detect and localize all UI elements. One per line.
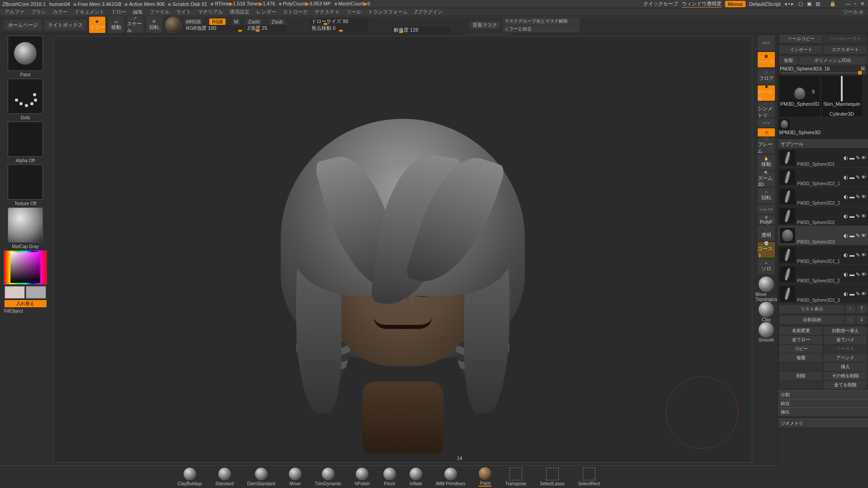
eye-icon[interactable]: 👁 [861, 291, 866, 297]
down-icon[interactable]: ↓ [845, 316, 855, 324]
eye-icon[interactable]: 👁 [861, 174, 866, 180]
delete-button[interactable]: 削除 [779, 372, 822, 380]
brush-transpose[interactable]: Transpose [505, 468, 526, 486]
subtool-item-7[interactable]: ◐▬✎👁 PM3D_Sphere3D1_3 [778, 284, 868, 304]
quicksave-button[interactable]: クイックセーブ [643, 0, 678, 7]
material-preview[interactable] [165, 17, 181, 33]
clone-button[interactable]: 複製 [779, 56, 797, 65]
menu-preferences[interactable]: 環境設定 [230, 9, 250, 15]
lightbox-button[interactable]: ライトボックス [44, 20, 86, 30]
quick-brush-clay[interactable] [759, 302, 774, 317]
viewport[interactable] [53, 36, 752, 463]
mrgb-button[interactable]: MRGB [184, 19, 203, 25]
brush-hpolish[interactable]: hPolish [355, 468, 370, 486]
autoreorder-button[interactable]: 自動並べ替え [824, 327, 867, 335]
st-paste-button[interactable]: ペースト [824, 345, 867, 353]
brush-thumb[interactable] [8, 36, 43, 71]
brush-icon[interactable]: ✎ [856, 213, 860, 219]
brush-icon[interactable]: ✎ [856, 155, 860, 161]
paint-icon[interactable]: ◐ [844, 272, 848, 277]
xyz-button[interactable]: XYZ [758, 119, 775, 127]
mesh-icon[interactable]: ▬ [849, 155, 854, 161]
brush-damstandard[interactable]: DamStandard [247, 468, 275, 486]
delother-button[interactable]: その他を削除 [824, 372, 867, 380]
brush-icon[interactable]: ✎ [856, 291, 860, 297]
subtool-header[interactable]: サブツール [778, 140, 868, 148]
moveview-button[interactable]: ✋移動 [758, 155, 775, 170]
mesh-icon[interactable]: ▬ [849, 174, 854, 180]
paint-icon[interactable]: ◐ [844, 252, 848, 258]
perspective-button[interactable]: ▦パース [758, 52, 775, 67]
eye-icon[interactable]: 👁 [861, 194, 866, 200]
geometry-header[interactable]: ジオメトリ [778, 419, 868, 427]
up-icon[interactable]: ↑ [845, 305, 855, 313]
secondary-color-swatch[interactable] [26, 286, 46, 299]
subtool-item-1[interactable]: ◐▬✎👁 PM3D_Sphere3D2_1 [778, 168, 868, 187]
mesh-icon[interactable]: ▬ [849, 291, 854, 297]
menu-texture[interactable]: テクスチャ [315, 9, 340, 15]
stroke-thumb[interactable] [8, 79, 43, 114]
m-button[interactable]: M [232, 19, 240, 25]
local-button[interactable]: ◉ローカル [758, 85, 775, 101]
z-intensity-slider[interactable]: Z強度 25 [245, 25, 286, 32]
rotview-button[interactable]: ⟳回転 [758, 188, 775, 203]
list-show-button[interactable]: リスト表示 [779, 305, 844, 313]
brush-selectlasso[interactable]: SelectLasso [540, 468, 564, 486]
rotate-mode-button[interactable]: ⟳回転 [146, 17, 162, 33]
eye-icon[interactable]: 👁 [861, 252, 866, 258]
tool-slider[interactable] [781, 72, 865, 74]
menu-file[interactable]: ファイル [150, 9, 170, 15]
menu-tool[interactable]: ツール [346, 9, 361, 15]
maskgroup-button[interactable]: マスクグループ化とマスク解除 [503, 18, 580, 25]
menu-stroke[interactable]: ストローク [283, 9, 308, 15]
draw-mode-button[interactable]: ✥ドロー [89, 17, 105, 33]
brush-icon[interactable]: ✎ [856, 233, 860, 239]
subtool-item-2[interactable]: ◐▬✎👁 PM3D_Sphere3D2_2 [778, 187, 868, 206]
floor-button[interactable]: ▽フロア [758, 69, 775, 84]
menu-edit[interactable]: 編集 [133, 9, 143, 15]
menus-button[interactable]: Menus [725, 1, 745, 7]
ghost-button[interactable]: 👻ゴースト [758, 242, 775, 258]
menu-transform[interactable]: トランスフォーム [368, 9, 408, 15]
tool-palette-header[interactable]: ツール ⊕ [843, 9, 863, 15]
rgb-intensity-slider[interactable]: RGB強度 100 [184, 25, 243, 32]
menu-color[interactable]: カラー [53, 9, 68, 15]
subtool-item-0[interactable]: ◐▬✎👁 PM3D_Sphere3D1 [778, 148, 868, 168]
brush-selectrect[interactable]: SelectRect [578, 468, 600, 486]
material-thumb[interactable] [8, 207, 43, 243]
eye-icon[interactable]: 👁 [861, 272, 866, 277]
linefill-button[interactable]: Line Fill [758, 205, 775, 214]
append-button[interactable]: アペンド [824, 354, 867, 362]
backmask-button[interactable]: 背面マスク [470, 21, 500, 29]
zoom-button[interactable]: 🔍ズーム3D [758, 171, 775, 187]
main-color-swatch[interactable] [5, 286, 25, 299]
brush-inflate[interactable]: Inflate [410, 468, 422, 486]
fillobject-button[interactable]: FillObject [4, 309, 23, 314]
mirror-weld-button[interactable]: ミラーと結合 [503, 25, 580, 33]
zadd-button[interactable]: Zadd [245, 19, 262, 25]
brush-icon[interactable]: ✎ [856, 252, 860, 258]
rename-button[interactable]: 名前変更 [779, 327, 822, 335]
brush-paint[interactable]: Paint [479, 467, 491, 487]
alllow-button[interactable]: 全てロー [779, 336, 822, 344]
texture-thumb[interactable] [8, 164, 43, 200]
mesh-icon[interactable]: ▬ [849, 272, 854, 277]
solo-button[interactable]: ●ソロ [758, 259, 775, 274]
paint-icon[interactable]: ◐ [844, 233, 848, 239]
menu-render[interactable]: レンダー [256, 9, 276, 15]
tool-item-3[interactable]: 9PM3D_Sphere3D [779, 119, 820, 139]
mesh-icon[interactable]: ▬ [849, 213, 854, 219]
menu-material[interactable]: マテリアル [198, 9, 223, 15]
subtool-item-3[interactable]: ◐▬✎👁 PM3D_Sphere3D2 [778, 206, 868, 226]
transp-button[interactable]: ▫透明 [758, 225, 775, 241]
rgb-button[interactable]: RGB [209, 19, 226, 25]
menu-draw[interactable]: ドロー [111, 9, 126, 15]
import-button[interactable]: インポート [779, 46, 822, 54]
drawsize-slider[interactable]: ドローサイズ 90 [310, 19, 368, 25]
eye-icon[interactable]: 👁 [861, 155, 866, 161]
brush-trimdynamic[interactable]: TrimDynamic [315, 468, 342, 486]
zsub-button[interactable]: Zsub [269, 19, 285, 25]
polyf-button[interactable]: ▦PolyF [758, 215, 775, 224]
eye-icon[interactable]: 👁 [861, 213, 866, 219]
autofit-button[interactable]: 自動収納 [779, 316, 844, 324]
